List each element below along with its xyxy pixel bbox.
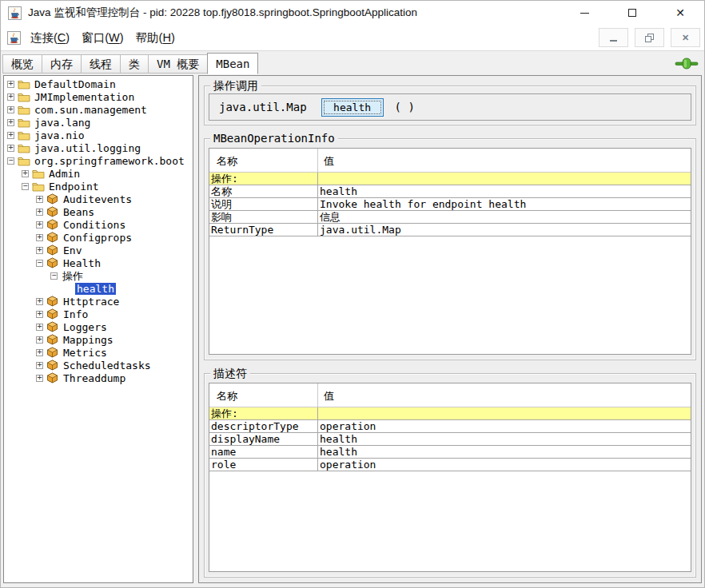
tree-node-httptrace[interactable]: +Httptrace [4,295,193,308]
expand-icon[interactable]: + [7,106,14,113]
tree-node-label: Endpoint [47,181,101,193]
tree-node-endpoint[interactable]: −Endpoint [4,180,193,193]
minimize-icon [580,13,589,14]
tree-node-loggers[interactable]: +Loggers [4,320,193,333]
collapse-icon[interactable]: − [7,157,14,165]
expand-icon[interactable]: + [7,132,14,139]
tree-node-org.springframework.boot[interactable]: −org.springframework.boot [4,154,193,167]
table-row[interactable]: displayNamehealth [209,433,691,446]
tree-node-label: Beans [62,206,96,218]
group-row[interactable]: 操作: [209,407,691,420]
tree-node-mappings[interactable]: +Mappings [4,333,193,346]
tree-node-health[interactable]: −Health [4,256,193,269]
expand-icon[interactable]: + [36,209,43,216]
descriptor-section: 描述符 名称值操作:descriptorTypeoperationdisplay… [204,373,696,578]
table-header-row: 名称值 [209,149,691,173]
internal-restore-button[interactable] [635,28,664,47]
expand-icon[interactable]: + [36,336,43,344]
expand-icon[interactable]: + [36,221,43,228]
folder-icon [18,129,30,141]
maximize-button[interactable] [608,1,656,25]
expand-icon[interactable]: + [22,170,29,177]
table-row[interactable]: descriptorTypeoperation [209,420,691,433]
table-row[interactable]: ReturnTypejava.util.Map [209,224,691,236]
minimize-button[interactable] [560,1,608,25]
table-row[interactable]: roleoperation [209,459,691,471]
column-header[interactable]: 名称 [209,149,318,172]
tab-概览[interactable]: 概览 [2,54,42,74]
collapse-icon[interactable]: − [36,260,43,267]
tree-node-label: Loggers [62,321,109,333]
tree-node-jmimplementation[interactable]: +JMImplementation [4,90,193,103]
invoke-health-button[interactable]: health [321,98,384,117]
tree-node-beans[interactable]: +Beans [4,205,193,218]
table-row[interactable]: 说明Invoke health for endpoint health [209,198,691,211]
tree-node-defaultdomain[interactable]: +DefaultDomain [4,77,193,90]
menu-items: 连接(C)窗口(W)帮助(H) [24,28,181,48]
expand-icon[interactable]: + [7,81,14,88]
tree-node-configprops[interactable]: +Configprops [4,231,193,244]
expand-icon[interactable]: + [7,119,14,126]
tree-node-java.util.logging[interactable]: +java.util.logging [4,141,193,154]
expand-icon[interactable]: + [36,234,43,241]
minimize-icon [610,40,617,42]
tree-node-health[interactable]: health [4,282,193,295]
table-row[interactable]: 名称health [209,185,691,198]
expand-icon[interactable]: + [36,324,43,331]
internal-close-button[interactable]: ✕ [671,28,700,47]
invocation-box: java.util.Map health ( ) [209,93,691,121]
value-cell: operation [318,459,691,471]
internal-minimize-button[interactable] [599,28,628,47]
table-row[interactable]: 影响信息 [209,211,691,224]
folder-icon [18,155,30,166]
tree-node-auditevents[interactable]: +Auditevents [4,193,193,205]
collapse-icon[interactable]: − [22,183,29,190]
tree-node-label: Auditevents [62,193,133,205]
green-connector-icon [675,58,699,70]
tree-node-java.nio[interactable]: +java.nio [4,129,193,141]
mbean-icon [46,347,59,358]
folder-icon [32,181,45,192]
expand-icon[interactable]: + [36,375,43,382]
expand-icon[interactable]: + [36,196,43,203]
column-header[interactable]: 名称 [209,383,318,407]
menu-item[interactable]: 连接(C) [25,28,75,48]
tree-node-info[interactable]: +Info [4,308,193,320]
tree-node-label: Admin [47,168,82,180]
expand-icon[interactable]: + [36,247,43,254]
menu-item[interactable]: 窗口(W) [76,28,129,48]
tree-node-java.lang[interactable]: +java.lang [4,116,193,129]
tab-mbean[interactable]: MBean [207,53,258,74]
tree-node-metrics[interactable]: +Metrics [4,346,193,359]
expand-icon[interactable]: + [7,93,14,101]
tree-node-scheduledtasks[interactable]: +Scheduledtasks [4,359,193,371]
expand-icon[interactable]: + [36,349,43,356]
java-cup-icon [7,31,21,45]
expand-icon[interactable]: + [36,298,43,305]
menu-item[interactable]: 帮助(H) [130,28,181,48]
close-button[interactable]: ✕ [656,1,704,25]
group-value [318,173,691,185]
collapse-icon[interactable]: − [50,272,58,280]
tab-类[interactable]: 类 [120,54,149,74]
expand-icon[interactable]: + [7,145,14,152]
tab-线程[interactable]: 线程 [81,54,121,74]
group-row[interactable]: 操作: [209,173,691,185]
tree-node-admin[interactable]: +Admin [4,167,193,180]
internal-frame-controls: ✕ [599,28,700,47]
tree-node-操作[interactable]: −操作 [4,269,193,282]
column-header[interactable]: 值 [318,149,691,172]
tree-node-com.sun.management[interactable]: +com.sun.management [4,103,193,116]
column-header[interactable]: 值 [318,383,691,407]
tab-bar: 概览内存线程类VM 概要MBean [1,51,704,74]
operation-info-section: MBeanOperationInfo 名称值操作:名称health说明Invok… [204,138,696,360]
expand-icon[interactable]: + [36,362,43,369]
tree-node-label: Scheduledtasks [62,360,153,371]
tab-vm-概要[interactable]: VM 概要 [148,54,208,74]
table-row[interactable]: namehealth [209,446,691,459]
tab-内存[interactable]: 内存 [42,54,82,74]
tree-node-env[interactable]: +Env [4,244,193,256]
tree-node-conditions[interactable]: +Conditions [4,218,193,231]
tree-node-threaddump[interactable]: +Threaddump [4,371,193,384]
expand-icon[interactable]: + [36,311,43,318]
